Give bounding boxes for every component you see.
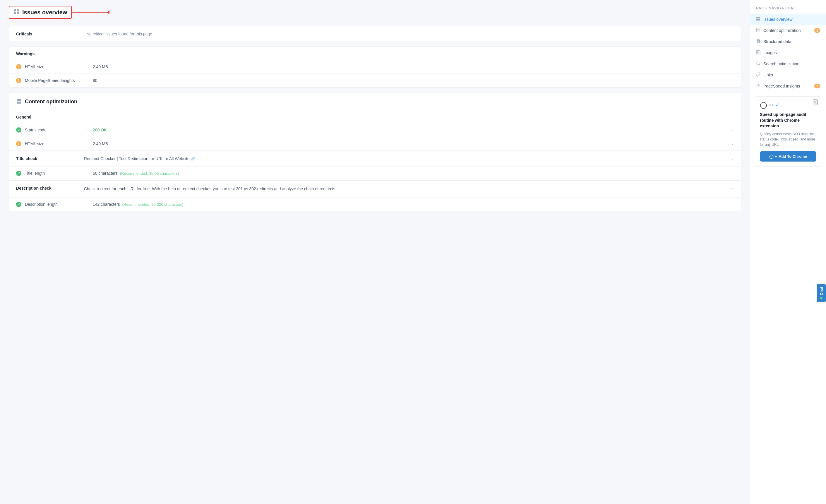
sidebar-badge: 1 xyxy=(814,84,820,88)
general-label: General xyxy=(9,110,741,123)
chevron-down-icon[interactable]: ⌄ xyxy=(731,186,734,190)
svg-rect-7 xyxy=(19,102,21,104)
chat-button[interactable]: Chat xyxy=(817,284,826,302)
svg-rect-1 xyxy=(17,9,19,11)
content-optimization-section: Content optimization General ✓ Status co… xyxy=(9,92,741,211)
title-check-row: Title check Redirect Checker | Test Redi… xyxy=(9,151,741,167)
sidebar-nav-title: Page navigation xyxy=(750,6,826,14)
content-opt-icon xyxy=(16,98,22,105)
svg-point-16 xyxy=(757,40,760,41)
sidebar-item-pagespeed-insights[interactable]: PageSpeed Insights 1 xyxy=(750,80,826,91)
chrome-plus-icon: ◯ + xyxy=(769,154,777,159)
arrow-head xyxy=(107,10,110,14)
search-icon xyxy=(756,61,760,66)
chevron-down-icon[interactable]: ⌄ xyxy=(731,128,734,132)
external-link-icon: 🔗 xyxy=(191,157,195,161)
html-size-2-label: HTML size xyxy=(25,141,89,146)
chat-label: Chat xyxy=(819,287,824,295)
title-recommended: (Recommended: 35-65 characters) xyxy=(120,171,179,176)
svg-line-20 xyxy=(759,64,760,65)
mobile-pagespeed-value: 80 xyxy=(93,78,734,83)
sidebar-item-links[interactable]: Links xyxy=(750,69,826,80)
warnings-label: Warnings xyxy=(9,47,741,60)
warnings-section: Warnings ! HTML size 2.40 MB ! Mobile Pa… xyxy=(9,47,741,87)
svg-rect-6 xyxy=(17,102,19,104)
sidebar-item-label: PageSpeed Insights xyxy=(763,84,800,88)
svg-rect-8 xyxy=(756,17,758,18)
add-to-chrome-button[interactable]: ◯ + Add To Chrome xyxy=(760,151,816,162)
checkmark-icon: ✓ xyxy=(775,102,780,108)
content-optimization-title: Content optimization xyxy=(25,99,77,105)
chrome-icon: ◯ xyxy=(760,101,767,109)
sidebar-item-label: Issues overview xyxy=(763,17,792,22)
desc-length-label: Description length xyxy=(25,202,89,207)
svg-rect-3 xyxy=(17,12,19,14)
sidebar-item-label: Images xyxy=(763,50,777,55)
warning-icon: ! xyxy=(16,78,21,83)
status-code-value: 200 OK xyxy=(93,128,727,132)
criticals-section: Criticals No critical issues found for t… xyxy=(9,26,741,42)
sidebar-item-label: Search optimization xyxy=(763,61,800,66)
promo-icons: ◯ <> ✓ xyxy=(760,101,816,109)
criticals-label: Criticals xyxy=(16,32,80,36)
sidebar-item-content-optimization[interactable]: Content optimization 1 xyxy=(750,25,826,36)
list-item: ! Mobile PageSpeed Insights 80 xyxy=(9,74,741,87)
html-size-2-value: 2.40 MB xyxy=(93,141,727,146)
success-icon: ✓ xyxy=(16,127,21,133)
page-header: Issues overview xyxy=(9,0,741,26)
sidebar-item-label: Structured data xyxy=(763,39,791,44)
svg-rect-17 xyxy=(756,51,760,54)
title-check-label: Title check xyxy=(16,156,80,161)
gauge-icon xyxy=(756,83,760,89)
mobile-pagespeed-label: Mobile PageSpeed Insights xyxy=(25,78,89,83)
image-icon xyxy=(756,50,760,55)
sidebar-item-images[interactable]: Images xyxy=(750,47,826,58)
criticals-value: No critical issues found for this page xyxy=(86,32,152,36)
promo-description: Quickly gather basic SEO data like statu… xyxy=(760,131,816,147)
issues-overview-header: Issues overview xyxy=(9,6,72,19)
html-size-label: HTML size xyxy=(25,64,89,69)
svg-rect-0 xyxy=(14,9,16,11)
list-item: ! HTML size 2.40 MB xyxy=(9,60,741,74)
title-check-value: Redirect Checker | Test Redirection for … xyxy=(84,156,727,161)
list-item: ✓ Title length 60 characters (Recommende… xyxy=(9,167,741,180)
close-button[interactable]: ✕ xyxy=(813,100,818,105)
success-icon: ✓ xyxy=(16,202,21,207)
grid-icon xyxy=(756,17,760,22)
svg-rect-10 xyxy=(756,19,758,20)
list-item: ✓ Status code 200 OK ⌄ xyxy=(9,123,741,137)
list-item: ! HTML size 2.40 MB ⌄ xyxy=(9,137,741,151)
list-item: ✓ Description length 142 characters (Rec… xyxy=(9,198,741,211)
title-length-label: Title length xyxy=(25,171,89,176)
link-icon xyxy=(756,72,760,77)
html-size-value: 2.40 MB xyxy=(93,64,734,69)
chevron-down-icon[interactable]: ⌄ xyxy=(731,156,734,161)
title-length-value: 60 characters (Recommended: 35-65 charac… xyxy=(93,171,734,176)
database-icon xyxy=(756,39,760,44)
sidebar-item-structured-data[interactable]: Structured data xyxy=(750,36,826,47)
sidebar: Page navigation Issues overview xyxy=(750,0,826,504)
promo-title: Speed up on-page audit routine with Chro… xyxy=(760,112,816,129)
svg-rect-2 xyxy=(14,12,16,14)
success-icon: ✓ xyxy=(16,171,21,176)
grid-icon xyxy=(13,9,19,16)
chevron-down-icon[interactable]: ⌄ xyxy=(731,142,734,146)
svg-rect-4 xyxy=(17,99,19,101)
desc-recommended: (Recommended: 70-320 characters) xyxy=(122,202,183,207)
sidebar-item-search-optimization[interactable]: Search optimization xyxy=(750,58,826,69)
promo-card: ✕ ◯ <> ✓ Speed up on-page audit routine … xyxy=(755,96,821,167)
content-optimization-header: Content optimization xyxy=(9,92,741,110)
warnings-content: ! HTML size 2.40 MB ! Mobile PageSpeed I… xyxy=(9,60,741,87)
description-check-row: Description check Check redirect for eac… xyxy=(9,181,741,198)
svg-rect-9 xyxy=(758,17,760,18)
sidebar-item-issues-overview[interactable]: Issues overview xyxy=(750,14,826,25)
status-code-label: Status code xyxy=(25,128,89,132)
connector-icon: <> xyxy=(769,103,774,108)
chat-status-dot xyxy=(820,297,823,299)
svg-rect-11 xyxy=(758,19,760,20)
description-check-value: Check redirect for each URL for free. Wi… xyxy=(84,186,727,192)
sidebar-item-label: Content optimization xyxy=(763,28,801,33)
page-title: Issues overview xyxy=(22,9,67,16)
svg-rect-5 xyxy=(19,99,21,101)
svg-point-22 xyxy=(758,86,759,87)
